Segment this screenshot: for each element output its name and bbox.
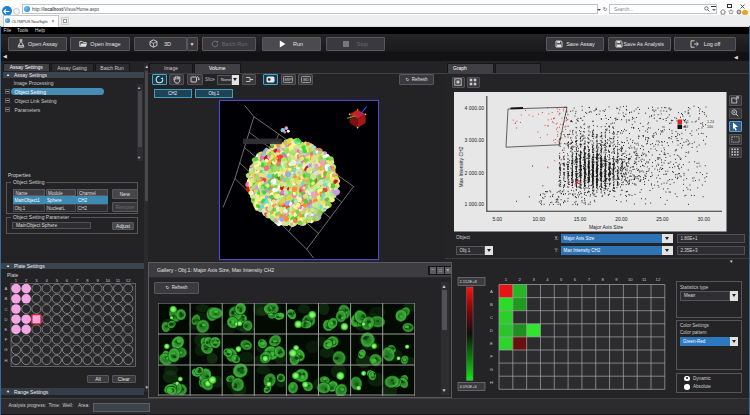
- svg-text:H: H: [489, 380, 492, 385]
- svg-text:9: 9: [615, 277, 618, 282]
- svg-text:10.00: 10.00: [532, 216, 545, 222]
- svg-text:2.152E+8: 2.152E+8: [459, 279, 477, 284]
- svg-text:Major Axis Size: Major Axis Size: [589, 224, 623, 230]
- svg-text:D: D: [489, 328, 492, 333]
- svg-text:15.00: 15.00: [574, 216, 587, 222]
- svg-text:C: C: [489, 315, 492, 320]
- svg-text:7: 7: [76, 278, 79, 283]
- svg-text:12: 12: [126, 278, 131, 283]
- svg-text:2: 2: [25, 278, 28, 283]
- svg-text:B: B: [5, 296, 8, 301]
- svg-text:H: H: [4, 358, 7, 363]
- svg-text:8: 8: [601, 277, 604, 282]
- svg-text:11: 11: [641, 277, 646, 282]
- svg-text:E: E: [5, 327, 8, 332]
- svg-text:10: 10: [105, 278, 110, 283]
- svg-text:7: 7: [587, 277, 590, 282]
- svg-text:11: 11: [116, 278, 121, 283]
- svg-text:1.24: 1.24: [707, 120, 714, 124]
- svg-text:4 000.00: 4 000.00: [465, 105, 485, 111]
- svg-text:A: A: [5, 286, 8, 291]
- svg-text:MIP: MIP: [285, 78, 292, 83]
- svg-text:B: B: [490, 302, 493, 307]
- svg-text:G1: G1: [684, 120, 689, 124]
- svg-text:9: 9: [96, 278, 99, 283]
- svg-text:3 000.00: 3 000.00: [465, 137, 485, 143]
- svg-text:2: 2: [518, 277, 521, 282]
- svg-text:12: 12: [655, 277, 660, 282]
- svg-text:4.090E+6: 4.090E+6: [459, 384, 477, 389]
- svg-text:5: 5: [56, 278, 59, 283]
- svg-text:25.00: 25.00: [656, 216, 669, 222]
- svg-text:All: All: [684, 125, 688, 129]
- svg-text:1: 1: [15, 278, 18, 283]
- svg-text:5.00: 5.00: [492, 216, 502, 222]
- svg-text:Max Intensity CH2: Max Intensity CH2: [458, 146, 464, 187]
- svg-text:F: F: [5, 337, 8, 342]
- svg-text:2 000.00: 2 000.00: [465, 170, 485, 176]
- svg-text:30.00: 30.00: [697, 216, 710, 222]
- svg-text:F: F: [490, 354, 493, 359]
- svg-text:1: 1: [504, 277, 507, 282]
- svg-text:G: G: [489, 367, 492, 372]
- svg-text:3: 3: [532, 277, 535, 282]
- svg-text:A: A: [490, 289, 493, 294]
- svg-text:E: E: [490, 341, 493, 346]
- svg-text:1 000.00: 1 000.00: [465, 201, 485, 207]
- svg-text:3: 3: [35, 278, 38, 283]
- svg-text:8: 8: [86, 278, 89, 283]
- svg-text:100: 100: [707, 125, 713, 129]
- svg-text:20.00: 20.00: [615, 216, 628, 222]
- svg-text:6: 6: [66, 278, 69, 283]
- svg-text:BD: BD: [303, 78, 309, 83]
- svg-text:D: D: [4, 317, 7, 322]
- svg-text:10: 10: [627, 277, 632, 282]
- svg-text:G: G: [4, 347, 7, 352]
- svg-text:4: 4: [546, 277, 549, 282]
- svg-text:4: 4: [45, 278, 48, 283]
- svg-text:6: 6: [573, 277, 576, 282]
- svg-text:5: 5: [560, 277, 563, 282]
- svg-text:C: C: [4, 307, 7, 312]
